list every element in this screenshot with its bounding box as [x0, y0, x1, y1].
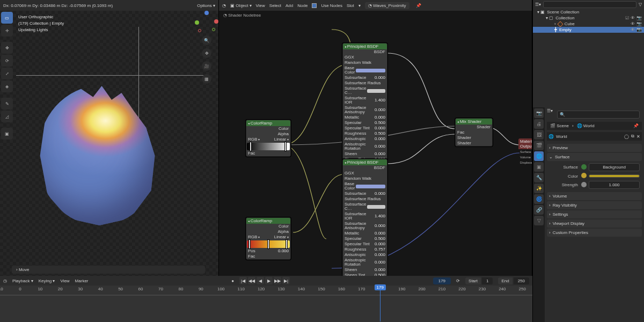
pin-icon[interactable]: 📌 — [633, 123, 639, 128]
outliner-collection[interactable]: ▾ ▢ Collection ☑👁📷 — [533, 15, 644, 21]
outliner-item-cube[interactable]: › Cube 👁📷 — [533, 21, 644, 27]
tab-physics[interactable]: 🌀 — [534, 194, 544, 204]
object-mode-dropdown[interactable]: ▣ Object ▾ — [230, 3, 252, 8]
operator-panel[interactable]: › Move — [12, 266, 205, 274]
tab-constraints[interactable]: 🔗 — [534, 205, 544, 215]
node-field[interactable]: Subsurface C… — [343, 86, 387, 96]
properties-type-icon[interactable]: ☰▾ — [547, 108, 553, 121]
current-frame-field[interactable]: 179 — [433, 277, 451, 284]
play-button[interactable]: ▶ — [265, 277, 273, 284]
node-color-ramp-1[interactable]: ◂ ColorRamp Color Alpha RGB ▾ Linear ▾ F… — [246, 120, 291, 157]
node-field[interactable]: Random Walk — [343, 60, 387, 65]
tool-scale[interactable]: ⤢ — [1, 68, 13, 79]
keyframe-next-button[interactable]: ▶▶ — [274, 277, 281, 284]
node-header[interactable]: ◂ Mix Shader — [456, 119, 492, 125]
node-field[interactable]: Roughness0.757 — [343, 247, 387, 252]
node-field[interactable]: Random Walk — [343, 176, 387, 181]
zoom-icon[interactable]: 🔍 — [202, 35, 211, 45]
menu-view[interactable]: View — [256, 3, 265, 8]
panel-surface[interactable]: ⌄Surface — [547, 153, 642, 161]
timeline-body[interactable]: -100102030405060708090100110120130140150… — [0, 286, 532, 322]
options-dropdown[interactable]: Options ▾ — [197, 3, 215, 8]
camera-icon[interactable]: 📷 — [636, 27, 642, 32]
perspective-icon[interactable]: ▦ — [202, 74, 211, 84]
node-field[interactable]: Specular Tint0.000 — [343, 126, 387, 131]
socket-icon[interactable] — [581, 173, 587, 178]
panel-ray-visibility[interactable]: ›Ray Visibility — [547, 201, 642, 209]
socket-icon[interactable] — [581, 164, 587, 170]
tab-render[interactable]: 📷 — [534, 108, 544, 118]
node-field[interactable]: Metallic0.000 — [343, 115, 387, 120]
end-frame-field[interactable]: 250 — [514, 277, 529, 284]
node-field[interactable]: Anisotropic Rotation0.000 — [343, 142, 387, 151]
axis-negy-icon[interactable] — [212, 28, 215, 31]
node-header[interactable]: Material Output — [518, 138, 532, 149]
timeline-track[interactable] — [0, 295, 532, 296]
panel-custom-properties[interactable]: ›Custom Properties — [547, 229, 642, 237]
node-field[interactable]: Subsurface Anisotropy0.000 — [343, 105, 387, 115]
panel-settings[interactable]: ›Settings — [547, 210, 642, 218]
tool-cursor[interactable]: ✛ — [1, 25, 13, 36]
menu-keying[interactable]: Keying ▾ — [39, 279, 55, 283]
pin-icon[interactable]: 📌 — [416, 3, 421, 8]
socket-icon[interactable] — [581, 182, 587, 187]
eye-icon[interactable]: 👁 — [631, 27, 635, 32]
node-field[interactable]: Subsurface Radius — [343, 80, 387, 86]
node-field[interactable]: Base Color — [343, 65, 387, 75]
outliner-scene-collection[interactable]: ▾ ▣ Scene Collection — [533, 9, 644, 15]
tool-move[interactable]: ✥ — [1, 42, 13, 54]
node-mix-shader[interactable]: ◂ Mix Shader Shader Fac Shader Shader — [455, 118, 493, 147]
tool-measure[interactable]: ◿ — [1, 111, 13, 122]
node-field[interactable]: GGX — [343, 171, 387, 176]
menu-node[interactable]: Node — [297, 3, 308, 8]
node-field[interactable]: Specular Tint0.000 — [343, 241, 387, 247]
node-field[interactable]: Subsurface Anisotropy0.000 — [343, 221, 387, 231]
panel-volume[interactable]: ›Volume — [547, 192, 642, 200]
keyframe-prev-button[interactable]: ◀◀ — [248, 277, 255, 284]
material-dropdown[interactable]: ◔ Waves_Proximity — [365, 2, 409, 9]
tool-select-box[interactable]: ▭ — [1, 12, 13, 24]
node-field[interactable]: Subsurface0.000 — [343, 191, 387, 196]
node-field[interactable]: Sheen0.000 — [343, 267, 387, 273]
node-field[interactable]: Roughness0.500 — [343, 131, 387, 136]
properties-search[interactable] — [557, 111, 640, 119]
tool-transform[interactable]: ◈ — [1, 80, 13, 92]
camera-icon[interactable]: 📷 — [636, 21, 642, 26]
color-ramp-gradient[interactable] — [247, 240, 290, 248]
timeline-type-icon[interactable]: ◷ — [3, 279, 7, 283]
axis-negx-icon[interactable] — [198, 29, 201, 32]
node-field[interactable]: Sheen Tint0.500 — [343, 273, 387, 276]
world-datablock[interactable]: 🌐 World ◯ ⧉ ✕ — [547, 132, 642, 141]
panel-preview[interactable]: ›Preview — [547, 144, 642, 152]
playhead[interactable]: 179 — [380, 284, 380, 321]
unlink-icon[interactable]: ✕ — [636, 134, 640, 139]
outliner-search[interactable] — [543, 1, 636, 8]
tool-rotate[interactable]: ⟳ — [1, 55, 13, 67]
node-header[interactable]: ◂ Principled BSDF — [343, 159, 387, 165]
node-field[interactable]: Specular0.500 — [343, 236, 387, 241]
panel-viewport-display[interactable]: ›Viewport Display — [547, 219, 642, 228]
exclude-icon[interactable]: ☑ — [625, 16, 629, 20]
node-field[interactable]: Anisotropic Rotation0.000 — [343, 258, 387, 267]
tab-output[interactable]: 🖨 — [534, 119, 544, 129]
node-canvas[interactable]: ◂ ColorRamp Color Alpha RGB ▾ Linear ▾ F… — [219, 21, 532, 276]
tab-world[interactable]: 🌐 — [534, 151, 544, 161]
clock-icon[interactable]: ⟳ — [456, 279, 460, 283]
viewport-canvas[interactable]: › Move — [0, 11, 218, 276]
node-field[interactable]: GGX — [343, 55, 387, 60]
copy-icon[interactable]: ⧉ — [631, 134, 634, 139]
tab-modifier[interactable]: 🔧 — [534, 173, 544, 182]
eye-icon[interactable]: 👁 — [631, 21, 635, 26]
node-header[interactable]: ◂ ColorRamp — [246, 218, 290, 224]
node-field[interactable]: Base Color — [343, 181, 387, 191]
tab-scene[interactable]: 🎬 — [534, 141, 544, 150]
eye-icon[interactable]: 👁 — [631, 16, 635, 20]
camera-icon[interactable]: 📷 — [636, 16, 642, 20]
node-header[interactable]: ◂ ColorRamp — [246, 120, 290, 126]
navigation-gizmo[interactable] — [197, 13, 216, 32]
node-principled-bsdf-2[interactable]: ◂ Principled BSDF BSDF GGXRandom WalkBas… — [342, 159, 387, 276]
camera-icon[interactable]: 🎥 — [202, 61, 211, 71]
jump-end-button[interactable]: ▶| — [282, 277, 290, 284]
node-field[interactable]: Subsurface0.000 — [343, 75, 387, 80]
menu-view-tl[interactable]: View — [60, 279, 69, 283]
